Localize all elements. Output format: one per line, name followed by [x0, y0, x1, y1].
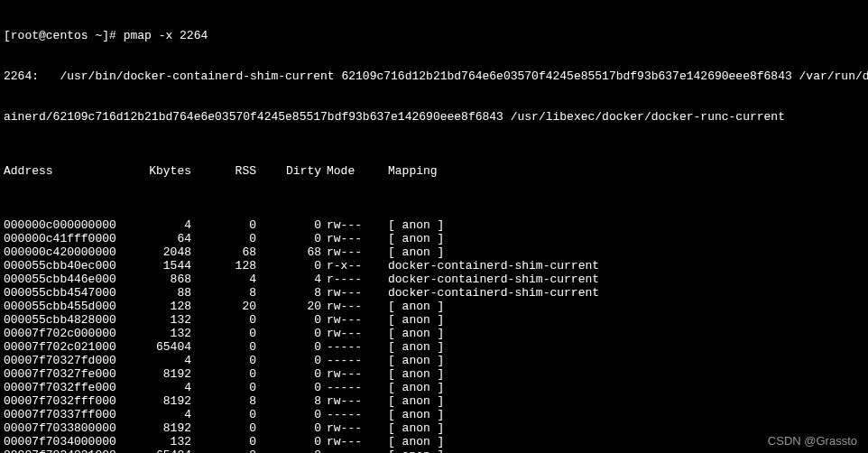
cell-dirty: 20 — [256, 300, 321, 313]
cell-dirty: 0 — [256, 218, 321, 232]
cell-rss: 4 — [191, 273, 256, 286]
cell-dirty: 8 — [256, 286, 321, 300]
cell-dirty: 0 — [256, 421, 321, 435]
terminal-output: [root@centos ~]# pmap -x 2264 2264: /usr… — [0, 0, 868, 453]
cell-rss: 0 — [191, 354, 256, 367]
table-row: 000055cbb455d0001282020rw---[ anon ] — [4, 300, 864, 313]
cell-address: 00007f70327fd000 — [4, 354, 130, 367]
cell-dirty: 68 — [256, 245, 321, 259]
table-row: 000055cbb446e00086844r----docker-contain… — [4, 273, 864, 286]
cell-kbytes: 8192 — [130, 367, 191, 381]
cell-kbytes: 868 — [130, 273, 191, 286]
cell-address: 000000c41fff0000 — [4, 232, 130, 245]
cell-rss: 128 — [191, 259, 256, 273]
cell-address: 000055cbb4547000 — [4, 286, 130, 300]
cell-rss: 0 — [191, 313, 256, 327]
table-row: 000055cbb40ec00015441280r-x--docker-cont… — [4, 259, 864, 273]
cell-rss: 0 — [191, 381, 256, 394]
cell-kbytes: 8192 — [130, 394, 191, 408]
cell-kbytes: 132 — [130, 327, 191, 340]
cell-mode: rw--- — [321, 218, 381, 232]
cell-dirty: 0 — [256, 367, 321, 381]
cell-dirty: 8 — [256, 394, 321, 408]
table-row: 00007f70327fe000819200rw---[ anon ] — [4, 367, 864, 381]
cell-rss: 20 — [191, 300, 256, 313]
header-address: Address — [4, 164, 130, 178]
cell-kbytes: 88 — [130, 286, 191, 300]
cell-mode: r-x-- — [321, 259, 381, 273]
cell-mapping: [ anon ] — [381, 218, 864, 232]
cell-address: 00007f702c000000 — [4, 327, 130, 340]
cell-rss: 0 — [191, 218, 256, 232]
cell-mapping: docker-containerd-shim-current — [381, 273, 864, 286]
cell-address: 00007f7034021000 — [4, 448, 130, 453]
cell-mode: rw--- — [321, 327, 381, 340]
cell-dirty: 4 — [256, 273, 321, 286]
cell-mapping: [ anon ] — [381, 367, 864, 381]
cell-dirty: 0 — [256, 327, 321, 340]
table-row: 000000c000000000400rw---[ anon ] — [4, 218, 864, 232]
cell-mode: ----- — [321, 448, 381, 453]
cell-mode: ----- — [321, 354, 381, 367]
cell-mapping: [ anon ] — [381, 340, 864, 354]
cell-mapping: [ anon ] — [381, 300, 864, 313]
cell-rss: 0 — [191, 408, 256, 421]
cell-kbytes: 2048 — [130, 245, 191, 259]
cell-mapping: [ anon ] — [381, 448, 864, 453]
cell-rss: 0 — [191, 435, 256, 448]
table-row: 000055cbb482800013200rw---[ anon ] — [4, 313, 864, 327]
cell-mapping: [ anon ] — [381, 232, 864, 245]
cell-address: 000055cbb446e000 — [4, 273, 130, 286]
cell-kbytes: 65404 — [130, 448, 191, 453]
cell-address: 00007f70327fe000 — [4, 367, 130, 381]
cell-address: 000055cbb40ec000 — [4, 259, 130, 273]
cell-mode: rw--- — [321, 232, 381, 245]
cell-address: 00007f7034000000 — [4, 435, 130, 448]
cell-rss: 0 — [191, 367, 256, 381]
table-row: 00007f70340210006540400-----[ anon ] — [4, 448, 864, 453]
table-row: 000000c41fff00006400rw---[ anon ] — [4, 232, 864, 245]
cell-kbytes: 4 — [130, 381, 191, 394]
table-body: 000000c000000000400rw---[ anon ]000000c4… — [4, 218, 864, 453]
table-row: 00007f7032ffe000400-----[ anon ] — [4, 381, 864, 394]
cell-rss: 68 — [191, 245, 256, 259]
header-kbytes: Kbytes — [130, 164, 191, 178]
cell-dirty: 0 — [256, 448, 321, 453]
cell-dirty: 0 — [256, 232, 321, 245]
cell-kbytes: 4 — [130, 408, 191, 421]
cell-dirty: 0 — [256, 354, 321, 367]
cell-mode: rw--- — [321, 313, 381, 327]
cell-mode: rw--- — [321, 286, 381, 300]
table-row: 00007f7033800000819200rw---[ anon ] — [4, 421, 864, 435]
table-row: 000000c42000000020486868rw---[ anon ] — [4, 245, 864, 259]
cell-kbytes: 65404 — [130, 340, 191, 354]
cell-mapping: docker-containerd-shim-current — [381, 259, 864, 273]
cell-rss: 8 — [191, 394, 256, 408]
cell-mode: ----- — [321, 381, 381, 394]
cell-kbytes: 128 — [130, 300, 191, 313]
cell-kbytes: 64 — [130, 232, 191, 245]
entered-command: pmap -x 2264 — [124, 29, 208, 42]
table-header: Address Kbytes RSS Dirty Mode Mapping — [4, 164, 864, 178]
cell-mode: r---- — [321, 273, 381, 286]
cell-kbytes: 132 — [130, 435, 191, 448]
cell-mode: rw--- — [321, 421, 381, 435]
table-row: 00007f703400000013200rw---[ anon ] — [4, 435, 864, 448]
cell-address: 00007f7033800000 — [4, 421, 130, 435]
cell-address: 000000c420000000 — [4, 245, 130, 259]
cell-mapping: [ anon ] — [381, 327, 864, 340]
process-info-line-2: ainerd/62109c716d12b21bd764e6e03570f4245… — [4, 110, 864, 124]
table-row: 00007f70327fd000400-----[ anon ] — [4, 354, 864, 367]
cell-kbytes: 132 — [130, 313, 191, 327]
cell-mode: rw--- — [321, 367, 381, 381]
cell-rss: 0 — [191, 232, 256, 245]
cell-address: 00007f702c021000 — [4, 340, 130, 354]
cell-mode: rw--- — [321, 300, 381, 313]
cell-mapping: [ anon ] — [381, 408, 864, 421]
cell-dirty: 0 — [256, 259, 321, 273]
cell-kbytes: 4 — [130, 218, 191, 232]
cell-dirty: 0 — [256, 313, 321, 327]
cell-address: 000055cbb455d000 — [4, 300, 130, 313]
cell-mapping: [ anon ] — [381, 421, 864, 435]
cell-rss: 0 — [191, 327, 256, 340]
